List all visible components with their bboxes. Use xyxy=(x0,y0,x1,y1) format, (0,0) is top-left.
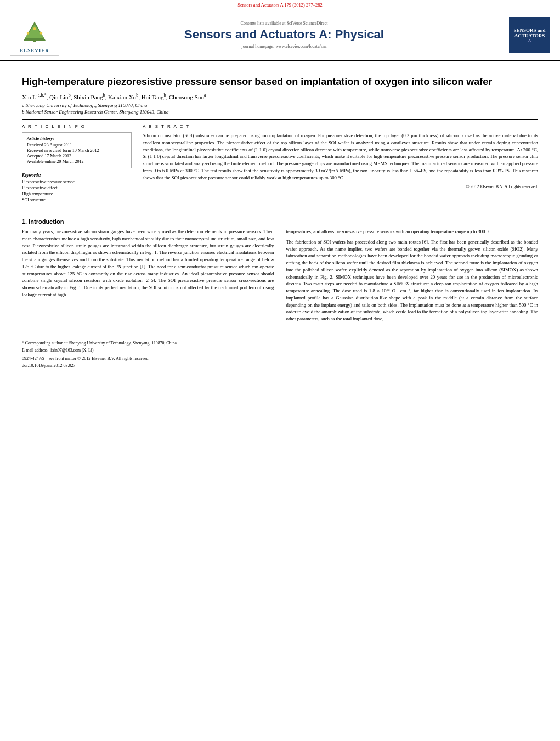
top-bar: Sensors and Actuators A 179 (2012) 277–2… xyxy=(0,0,560,9)
author-chensong-sun: Chensong Sun xyxy=(169,94,204,100)
article-history-title: Article history: xyxy=(27,136,127,141)
journal-citation: Sensors and Actuators A 179 (2012) 277–2… xyxy=(237,2,322,8)
sensors-logo: SENSORS and ACTUATORS A xyxy=(509,17,550,53)
revised-date: Received in revised form 10 March 2012 xyxy=(27,148,127,153)
divider-2 xyxy=(22,208,538,208)
journal-title: Sensors and Actuators A: Physical xyxy=(65,27,504,42)
info-abstract-section: A R T I C L E I N F O Article history: R… xyxy=(22,124,538,203)
affiliations: a Shenyang University of Technology, She… xyxy=(22,103,538,115)
accepted-date: Accepted 17 March 2012 xyxy=(27,154,127,159)
sensors-logo-line1: SENSORS and xyxy=(512,27,547,33)
authors-line: Xin Lia,b,*, Qin Liub, Shixin Pangb, Kai… xyxy=(22,93,538,100)
journal-header: ELSEVIER Contents lists available at Sci… xyxy=(0,9,560,61)
footnote-email: E-mail address: lixin97@163.com (X. Li). xyxy=(22,348,538,354)
elsevier-logo: ELSEVIER xyxy=(10,14,59,56)
article-title: High-temperature piezoresistive pressure… xyxy=(22,76,538,88)
elsevier-tree-icon xyxy=(13,16,56,47)
sensors-logo-line3: A xyxy=(512,38,547,43)
author-qin-liu: Qin Liu xyxy=(49,94,69,100)
keyword-2: Piezoresistive effect xyxy=(22,185,132,190)
body-two-col: For many years, piezoresistive silicon s… xyxy=(22,228,538,326)
author-kaixian-xu: Kaixian Xu xyxy=(108,94,136,100)
keywords-box: Keywords: Piezoresistive pressure sensor… xyxy=(22,173,132,202)
author-shixin-pang: Shixin Pang xyxy=(73,94,103,100)
svg-point-3 xyxy=(27,32,30,35)
affiliation-a: a Shenyang University of Technology, She… xyxy=(22,103,538,108)
intro-para-3: The fabrication of SOI wafers has procee… xyxy=(286,239,539,323)
body-col-right: temperatures, and allows piezoresistive … xyxy=(286,228,539,326)
affiliation-b: b National Sensor Engineering Research C… xyxy=(22,109,538,115)
svg-point-4 xyxy=(40,32,43,35)
author-sup-a: a,b,* xyxy=(38,93,47,98)
elsevier-name: ELSEVIER xyxy=(20,48,49,53)
journal-homepage: journal homepage: www.elsevier.com/locat… xyxy=(65,44,504,49)
received-date: Received 23 August 2011 xyxy=(27,143,127,148)
abstract-text: Silicon on insulator (SOI) substrates ca… xyxy=(143,132,538,181)
issn-line: 0924-4247/$ – see front matter © 2012 El… xyxy=(22,356,538,361)
doi-line: doi:10.1016/j.sna.2012.03.027 xyxy=(22,363,538,368)
keyword-4: SOI structure xyxy=(22,197,132,202)
intro-para-1: For many years, piezoresistive silicon s… xyxy=(22,228,274,298)
article-history-box: Article history: Received 23 August 2011… xyxy=(22,132,132,168)
keyword-1: Piezoresistive pressure sensor xyxy=(22,179,132,184)
footnotes-section: * Corresponding author at: Shenyang Univ… xyxy=(22,337,538,368)
author-sup-a2: a xyxy=(204,93,206,98)
journal-center: Contents lists available at SciVerse Sci… xyxy=(59,21,509,48)
author-hui-tang: Hui Tang xyxy=(142,94,164,100)
article-info-column: A R T I C L E I N F O Article history: R… xyxy=(22,124,132,203)
author-xin-li: Xin Li xyxy=(22,94,38,100)
sciverse-line: Contents lists available at SciVerse Sci… xyxy=(65,21,504,26)
section-1-introduction: 1. Introduction For many years, piezores… xyxy=(22,218,538,326)
svg-marker-2 xyxy=(25,24,44,38)
article-info-label: A R T I C L E I N F O xyxy=(22,124,132,129)
page-content: High-temperature piezoresistive pressure… xyxy=(0,61,560,379)
available-date: Available online 29 March 2012 xyxy=(27,159,127,164)
divider-1 xyxy=(22,119,538,120)
intro-para-2: temperatures, and allows piezoresistive … xyxy=(286,228,539,235)
abstract-column: A B S T R A C T Silicon on insulator (SO… xyxy=(143,124,538,203)
sensors-logo-line2: ACTUATORS xyxy=(512,33,547,38)
section-1-heading: 1. Introduction xyxy=(22,218,538,225)
keywords-title: Keywords: xyxy=(22,173,132,178)
keyword-3: High temperature xyxy=(22,191,132,196)
abstract-label: A B S T R A C T xyxy=(143,124,538,129)
body-col-left: For many years, piezoresistive silicon s… xyxy=(22,228,274,326)
svg-point-5 xyxy=(33,27,36,30)
footnote-asterisk: * Corresponding author at: Shenyang Univ… xyxy=(22,341,538,347)
copyright-line: © 2012 Elsevier B.V. All rights reserved… xyxy=(143,184,538,189)
